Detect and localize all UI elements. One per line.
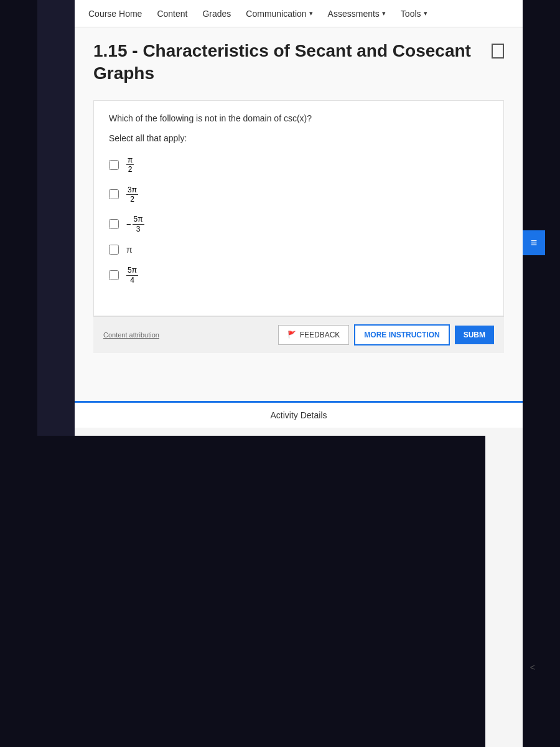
list-item[interactable]: 5π 4 — [109, 266, 488, 284]
list-item[interactable]: π — [109, 245, 488, 255]
fraction-5pi-over-4: 5π 4 — [126, 266, 138, 284]
main-content: 1.15 - Characteristics of Secant and Cos… — [75, 27, 523, 401]
checkbox-choice2[interactable] — [109, 189, 119, 199]
bookmark-icon[interactable] — [492, 44, 504, 59]
select-all-text: Select all that apply: — [109, 133, 488, 143]
action-bar: Content attribution FEEDBACK MORE INSTRU… — [93, 316, 504, 353]
checkbox-choice4[interactable] — [109, 245, 119, 255]
pi-symbol: π — [126, 245, 133, 255]
submit-button[interactable]: SUBM — [455, 326, 494, 344]
nav-tools[interactable]: Tools ▾ — [393, 0, 435, 27]
nav-bar: Course Home Content Grades Communication… — [75, 0, 523, 27]
question-box: Which of the following is not in the dom… — [93, 100, 504, 316]
list-item[interactable]: 3π 2 — [109, 186, 488, 204]
answer-choices: π 2 3π 2 − — [109, 156, 488, 284]
nav-content[interactable]: Content — [149, 0, 195, 27]
chevron-down-icon: ▾ — [309, 9, 313, 17]
neg-fraction-5pi-over-3: − 5π 3 — [126, 215, 144, 233]
side-panel-button[interactable]: ≡ — [523, 230, 545, 255]
nav-assessments[interactable]: Assessments ▾ — [320, 0, 393, 27]
page-title: 1.15 - Characteristics of Secant and Cos… — [93, 40, 504, 85]
question-text: Which of the following is not in the dom… — [109, 113, 488, 123]
fraction-pi-over-2: π 2 — [126, 156, 134, 174]
list-item[interactable]: − 5π 3 — [109, 215, 488, 233]
checkbox-choice3[interactable] — [109, 219, 119, 229]
chevron-down-icon: ▾ — [424, 9, 427, 17]
nav-communication[interactable]: Communication ▾ — [238, 0, 320, 27]
collapse-arrow-button[interactable]: < — [530, 662, 535, 672]
nav-course-home[interactable]: Course Home — [81, 0, 149, 27]
menu-icon: ≡ — [531, 237, 538, 250]
chevron-down-icon: ▾ — [382, 9, 386, 17]
activity-details-label: Activity Details — [270, 410, 327, 420]
chevron-left-icon: < — [530, 662, 535, 672]
checkbox-choice1[interactable] — [109, 160, 119, 170]
more-instruction-button[interactable]: MORE INSTRUCTION — [354, 324, 449, 345]
list-item[interactable]: π 2 — [109, 156, 488, 174]
activity-details-bar[interactable]: Activity Details — [75, 401, 523, 428]
nav-grades[interactable]: Grades — [195, 0, 238, 27]
feedback-button[interactable]: FEEDBACK — [278, 325, 350, 345]
fraction-3pi-over-2: 3π 2 — [126, 186, 138, 204]
content-attribution[interactable]: Content attribution — [103, 331, 159, 339]
checkbox-choice5[interactable] — [109, 270, 119, 280]
